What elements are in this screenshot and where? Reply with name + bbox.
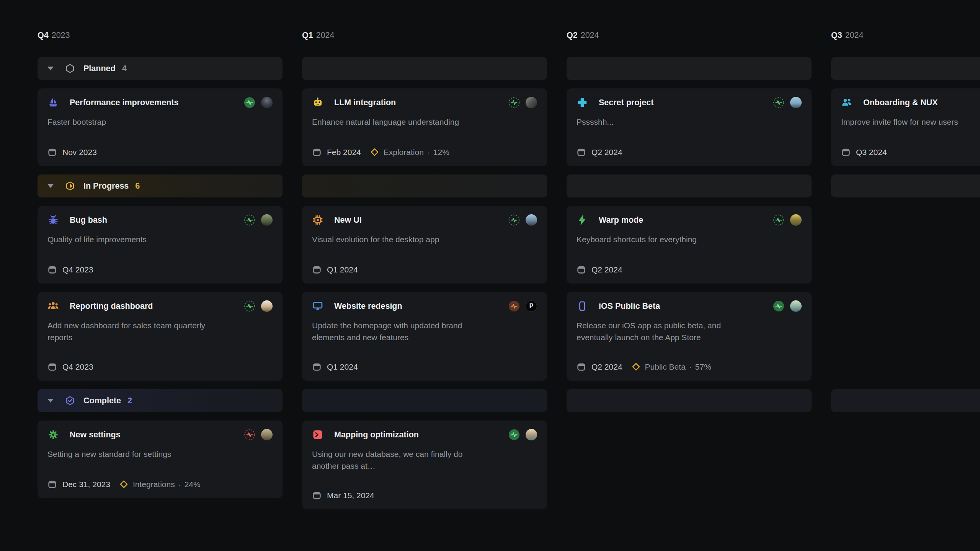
- project-card[interactable]: New UIVisual evolution for the desktop a…: [302, 206, 547, 284]
- card-header: New UI: [312, 214, 537, 226]
- health-icon-on-track-dashed[interactable]: [773, 97, 784, 108]
- milestone-percent: 57%: [695, 362, 711, 372]
- section-count: 4: [122, 64, 127, 73]
- health-icon-on-track[interactable]: [508, 429, 520, 440]
- section-header-planned-segment: [831, 57, 980, 80]
- quarters-row: Q42023Q12024Q22024Q32024: [38, 31, 980, 40]
- avatar: [261, 97, 273, 108]
- card-date: Mar 15, 2024: [327, 491, 374, 500]
- terminal-icon: [312, 429, 323, 440]
- section-header-in-progress-segment: [567, 174, 812, 197]
- project-card[interactable]: Secret projectPsssshh...Q2 2024: [567, 88, 812, 166]
- card-date: Dec 31, 2023: [62, 480, 110, 489]
- card-header: iOS Public Beta: [577, 300, 802, 312]
- milestone-diamond-icon: [632, 362, 640, 371]
- card-footer: Q2 2024Public Beta·57%: [577, 354, 802, 372]
- card-row: Reporting dashboardAdd new dashboard for…: [38, 292, 980, 381]
- card-description: Faster bootstrap: [47, 116, 224, 128]
- calendar-icon: [577, 265, 586, 274]
- project-card[interactable]: Warp modeKeyboard shortcuts for everythi…: [567, 206, 812, 284]
- card-title: Bug bash: [70, 215, 107, 225]
- card-date: Q3 2024: [856, 148, 887, 157]
- card-footer: Q3 2024: [841, 140, 980, 157]
- calendar-icon: [47, 147, 57, 157]
- milestone-percent: 24%: [185, 480, 201, 489]
- health-icon-on-track-dashed[interactable]: [244, 300, 255, 312]
- section-header-complete[interactable]: Complete2: [38, 389, 283, 412]
- card-row: Performance improvementsFaster bootstrap…: [38, 88, 980, 166]
- card-title: Website redesign: [334, 302, 402, 311]
- project-card[interactable]: iOS Public BetaRelease our iOS app as pu…: [567, 292, 812, 381]
- project-card[interactable]: LLM integrationEnhance natural language …: [302, 88, 547, 166]
- card-title: Mapping optimization: [334, 430, 419, 440]
- calendar-icon: [312, 362, 322, 372]
- section-header-complete-segment: [302, 389, 547, 412]
- milestone-label: Integrations: [133, 480, 175, 489]
- avatar: [526, 429, 537, 440]
- health-icon-at-risk[interactable]: [508, 300, 520, 312]
- section-header-planned[interactable]: Planned4: [38, 57, 283, 80]
- health-icon-on-track-dashed[interactable]: [508, 214, 520, 226]
- card-row: New settingsSetting a new standard for s…: [38, 421, 980, 509]
- people-pair-icon: [841, 97, 853, 108]
- project-card[interactable]: Website redesignPUpdate the homepage wit…: [302, 292, 547, 381]
- calendar-icon: [312, 147, 322, 157]
- card-footer: Q1 2024: [312, 257, 537, 274]
- card-description: Visual evolution for the desktop app: [312, 233, 488, 245]
- project-card[interactable]: Bug bashQuality of life improvementsQ4 2…: [38, 206, 283, 284]
- project-card[interactable]: Onboarding & NUXImprove invite flow for …: [831, 88, 980, 166]
- health-icon-on-track-dashed[interactable]: [773, 214, 784, 226]
- health-icon-on-track-dashed[interactable]: [508, 97, 520, 108]
- quarter-label: Q12024: [302, 31, 547, 40]
- project-card[interactable]: Mapping optimizationUsing our new databa…: [302, 421, 547, 509]
- health-icon-on-track[interactable]: [773, 300, 784, 312]
- health-icon-on-track-dashed[interactable]: [244, 214, 255, 226]
- section-label: Complete: [83, 396, 121, 406]
- milestone-label: Exploration: [384, 148, 424, 157]
- quarter-year: 2024: [581, 31, 599, 40]
- card-description: Setting a new standard for settings: [47, 448, 224, 460]
- chevron-down-icon[interactable]: [47, 67, 54, 70]
- chevron-down-icon[interactable]: [47, 399, 54, 403]
- card-footer: Q1 2024: [312, 354, 537, 372]
- card-header: Secret project: [577, 97, 802, 108]
- quarter-label: Q32024: [831, 31, 980, 40]
- health-icon-on-track[interactable]: [244, 97, 255, 108]
- avatar: [261, 300, 273, 312]
- milestone-separator: ·: [689, 362, 692, 372]
- card-title: New settings: [70, 430, 121, 440]
- card-footer: Q2 2024: [577, 257, 802, 274]
- milestone-separator: ·: [427, 148, 430, 157]
- card-header: Onboarding & NUX: [841, 97, 980, 108]
- ship-icon: [47, 97, 59, 108]
- card-title: Warp mode: [599, 215, 643, 225]
- project-card[interactable]: New settingsSetting a new standard for s…: [38, 421, 283, 498]
- avatar: [790, 300, 802, 312]
- section-header-row-complete: Complete2: [38, 389, 980, 412]
- avatar-letter: P: [529, 303, 534, 310]
- card-header: Performance improvements: [47, 97, 273, 108]
- calendar-icon: [47, 479, 57, 489]
- card-description: Using our new database, we can finally d…: [312, 448, 488, 472]
- card-title: Reporting dashboard: [70, 302, 153, 311]
- card-title: iOS Public Beta: [599, 302, 660, 311]
- project-card[interactable]: Reporting dashboardAdd new dashboard for…: [38, 292, 283, 381]
- card-title: Onboarding & NUX: [863, 98, 938, 108]
- card-description: Improve invite flow for new users: [841, 116, 980, 128]
- section-header-in-progress[interactable]: In Progress6: [38, 174, 283, 197]
- calendar-icon: [312, 265, 322, 274]
- bug-icon: [47, 214, 59, 226]
- chevron-down-icon[interactable]: [47, 184, 54, 188]
- health-icon-off-track-dashed[interactable]: [244, 429, 255, 440]
- quarter-year: 2024: [845, 31, 864, 40]
- in-progress-state-icon: [65, 181, 75, 191]
- card-footer: Feb 2024Exploration·12%: [312, 140, 537, 157]
- card-date: Q1 2024: [327, 265, 358, 274]
- project-card[interactable]: Performance improvementsFaster bootstrap…: [38, 88, 283, 166]
- card-description: Enhance natural language understanding: [312, 116, 488, 128]
- card-footer: Dec 31, 2023Integrations·24%: [47, 472, 273, 489]
- card-title: New UI: [334, 215, 362, 225]
- card-description: Psssshh...: [577, 116, 753, 128]
- avatar: [526, 214, 537, 226]
- avatar: [261, 429, 273, 440]
